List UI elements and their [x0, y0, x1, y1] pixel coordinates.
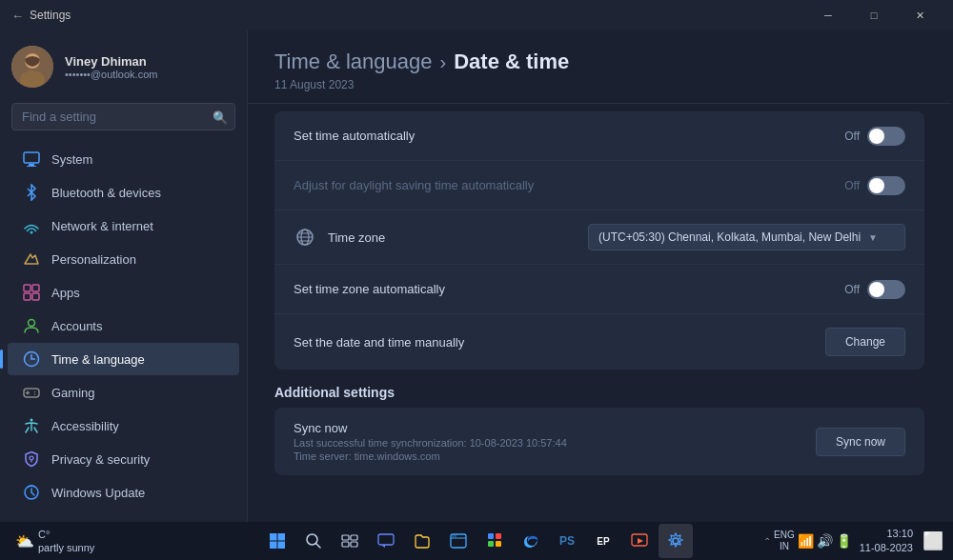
search-icon: 🔍	[213, 110, 228, 124]
svg-rect-46	[496, 541, 501, 547]
time-settings-card: Set time automatically Off Adjust for da…	[274, 111, 924, 370]
sidebar-item-gaming-label: Gaming	[51, 386, 95, 400]
start-button[interactable]	[260, 524, 294, 558]
volume-icon[interactable]: 🔊	[817, 533, 833, 549]
content-body: Set time automatically Off Adjust for da…	[248, 104, 951, 494]
svg-rect-38	[378, 534, 394, 545]
accessibility-icon	[23, 417, 40, 434]
toggle-knob-3	[869, 282, 884, 297]
weather-condition: partly sunny	[38, 541, 94, 554]
svg-rect-34	[342, 535, 349, 540]
weather-icon: ⛅	[15, 532, 34, 550]
daylight-saving-switch[interactable]	[867, 176, 905, 195]
sidebar-item-personalization[interactable]: Personalization	[8, 243, 239, 275]
apps-icon	[23, 284, 40, 301]
content-header: Time & language › Date & time 11 August …	[248, 30, 951, 104]
taskbar-edge[interactable]	[514, 524, 548, 558]
sidebar-item-bluetooth-label: Bluetooth & devices	[51, 186, 161, 200]
weather-info: C° partly sunny	[38, 528, 94, 555]
svg-rect-5	[29, 164, 34, 166]
set-timezone-auto-switch[interactable]	[867, 280, 905, 299]
personalization-icon	[23, 250, 40, 268]
taskbar-time[interactable]: 13:10 11-08-2023	[856, 527, 917, 556]
user-email: •••••••@outlook.com	[65, 69, 157, 80]
system-tray: ⌃ ENGIN 📶 🔊 🔋	[763, 530, 852, 552]
windows-update-icon	[23, 484, 40, 501]
svg-point-42	[455, 535, 456, 537]
taskbar-settings-active[interactable]	[659, 524, 693, 558]
svg-point-20	[30, 456, 33, 460]
network-icon	[23, 217, 40, 234]
svg-rect-28	[270, 533, 277, 541]
sync-now-button[interactable]: Sync now	[816, 428, 905, 456]
taskbar-ps[interactable]: PS	[550, 524, 584, 558]
svg-rect-30	[270, 542, 277, 550]
svg-rect-8	[24, 285, 30, 291]
up-arrow-icon[interactable]: ⌃	[763, 536, 771, 547]
sidebar-item-accounts[interactable]: Accounts	[8, 310, 239, 342]
sidebar-item-windows-update[interactable]: Windows Update	[8, 476, 239, 509]
search-input[interactable]	[11, 103, 235, 130]
change-button[interactable]: Change	[825, 328, 905, 356]
battery-icon[interactable]: 🔋	[836, 533, 852, 549]
sidebar-item-bluetooth[interactable]: Bluetooth & devices	[8, 176, 239, 209]
taskbar-explorer[interactable]	[441, 524, 476, 558]
avatar	[11, 46, 53, 88]
taskbar-epic[interactable]: EP	[586, 524, 620, 558]
weather-widget[interactable]: ⛅ C° partly sunny	[8, 524, 102, 558]
set-date-manually-row: Set the date and time manually Change	[274, 314, 924, 370]
task-view-button[interactable]	[333, 524, 367, 558]
svg-point-18	[34, 393, 35, 394]
gaming-icon	[23, 384, 40, 401]
user-profile[interactable]: Viney Dhiman •••••••@outlook.com	[0, 30, 247, 99]
privacy-security-icon	[23, 450, 40, 468]
svg-point-12	[29, 320, 35, 327]
notification-icon[interactable]: ⬜	[921, 530, 945, 551]
title-bar: ← Settings ─ □ ✕	[0, 0, 953, 30]
user-info: Viney Dhiman •••••••@outlook.com	[65, 54, 157, 80]
sidebar-item-privacy-security[interactable]: Privacy & security	[8, 443, 239, 475]
sidebar: Viney Dhiman •••••••@outlook.com 🔍 Syste…	[0, 30, 248, 522]
lang-indicator[interactable]: ENGIN	[774, 530, 795, 552]
weather-temp: C°	[38, 528, 94, 541]
set-time-auto-toggle[interactable]: Off	[844, 127, 905, 146]
set-timezone-auto-label: Set time zone automatically	[294, 282, 844, 296]
breadcrumb-current: Date & time	[454, 50, 569, 74]
svg-rect-37	[351, 542, 357, 547]
taskbar-chat[interactable]	[369, 524, 403, 558]
daylight-saving-toggle[interactable]: Off	[844, 176, 905, 195]
time-zone-label: Time zone	[328, 230, 588, 245]
svg-rect-36	[342, 542, 349, 547]
set-time-auto-row: Set time automatically Off	[274, 111, 924, 161]
set-timezone-auto-toggle[interactable]: Off	[844, 280, 905, 299]
sidebar-item-gaming[interactable]: Gaming	[8, 376, 239, 409]
set-time-auto-switch[interactable]	[867, 127, 905, 146]
taskbar-files[interactable]	[405, 524, 439, 558]
svg-rect-4	[24, 152, 39, 163]
close-button[interactable]: ✕	[898, 0, 942, 30]
time-zone-row: Time zone (UTC+05:30) Chennai, Kolkata, …	[274, 210, 924, 265]
taskbar-search[interactable]	[296, 524, 331, 558]
sidebar-item-network[interactable]: Network & internet	[8, 210, 239, 242]
breadcrumb-arrow: ›	[440, 51, 447, 73]
svg-rect-35	[351, 535, 357, 540]
svg-rect-45	[488, 541, 494, 547]
maximize-button[interactable]: □	[852, 0, 896, 30]
sidebar-item-system-label: System	[51, 152, 92, 167]
back-button[interactable]: ←	[11, 9, 24, 23]
sidebar-item-time-language[interactable]: Time & language	[8, 343, 239, 375]
taskbar-store[interactable]	[477, 524, 512, 558]
minimize-button[interactable]: ─	[806, 0, 850, 30]
sidebar-item-time-language-label: Time & language	[51, 352, 145, 367]
svg-point-7	[30, 231, 33, 234]
svg-rect-6	[27, 166, 36, 167]
additional-settings-title: Additional settings	[274, 385, 924, 400]
time-zone-dropdown[interactable]: (UTC+05:30) Chennai, Kolkata, Mumbai, Ne…	[588, 224, 905, 250]
sidebar-item-system[interactable]: System	[8, 143, 239, 175]
sidebar-item-apps[interactable]: Apps	[8, 276, 239, 309]
wifi-icon[interactable]: 📶	[798, 533, 814, 549]
taskbar-media[interactable]	[622, 524, 657, 558]
taskbar: ⛅ C° partly sunny	[0, 522, 953, 560]
sidebar-item-accessibility[interactable]: Accessibility	[8, 410, 239, 442]
daylight-saving-label: Adjust for daylight saving time automati…	[294, 178, 844, 192]
